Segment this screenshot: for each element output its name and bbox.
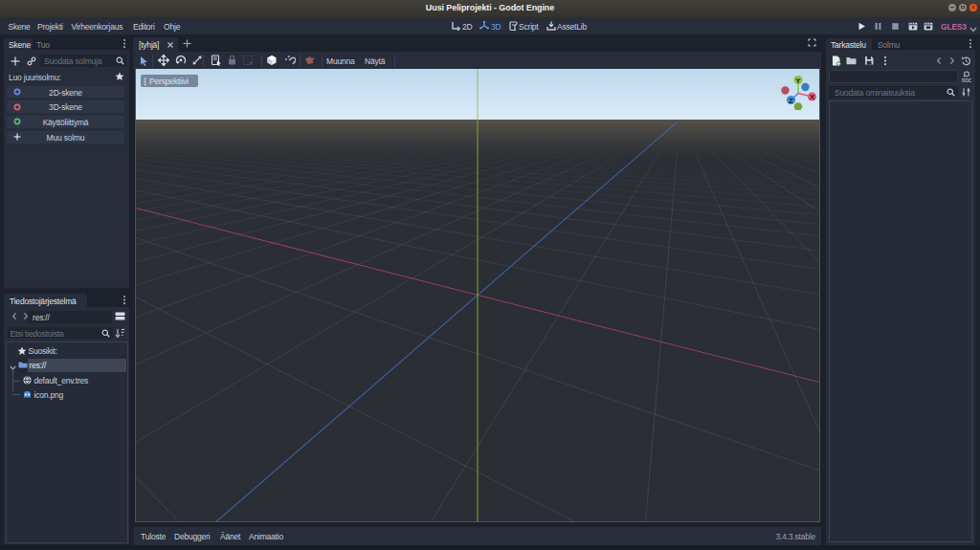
svg-text:DOC: DOC	[962, 78, 972, 83]
svg-text:X: X	[810, 93, 815, 101]
svg-text:Z: Z	[789, 97, 793, 105]
svg-text:Y: Y	[795, 77, 801, 85]
